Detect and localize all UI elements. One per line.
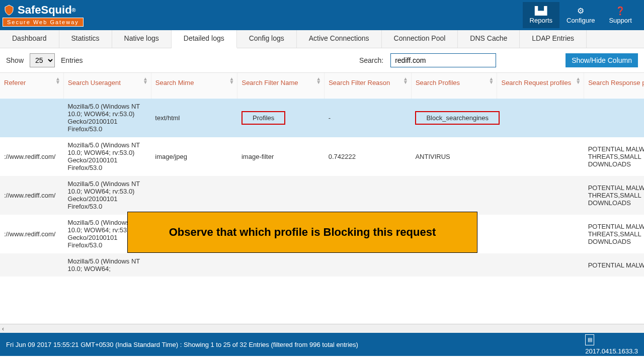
support-label: Support: [609, 17, 632, 24]
top-actions: ▙▟ Reports ⚙ Configure ❓ Support: [523, 2, 639, 28]
highlighted-value: Profiles: [242, 111, 285, 125]
footer-bar: Fri Jun 09 2017 15:55:21 GMT+0530 (India…: [0, 333, 644, 356]
col-filter-reason[interactable]: Search Filter Reason▲▼: [325, 73, 412, 99]
table-cell: Mozilla/5.0 (Windows NT 10.0; WOW64; rv:…: [64, 176, 151, 215]
tab-detailed-logs[interactable]: Detailed logs: [172, 30, 237, 48]
sort-icon: ▲▼: [229, 77, 234, 84]
table-cell: Mozilla/5.0 (Windows NT 10.0; WOW64; rv:…: [64, 99, 151, 137]
show-hide-column-button[interactable]: Show/Hide Column: [566, 53, 638, 67]
table-cell: [584, 99, 644, 137]
brand-reg: ®: [72, 7, 76, 13]
tab-native-logs[interactable]: Native logs: [112, 30, 172, 48]
col-request-profiles[interactable]: Search Request profiles▲▼: [497, 73, 584, 99]
footer-version: 2017.0415.1633.3: [585, 347, 638, 355]
sort-icon: ▲▼: [55, 77, 60, 84]
show-label: Show: [6, 56, 24, 64]
support-nav[interactable]: ❓ Support: [602, 2, 639, 28]
table-cell: ://www.rediff.com/: [0, 137, 64, 176]
annotation-overlay: Observe that which profile is Blocking t…: [127, 212, 477, 253]
table-cell: POTENTIAL MALWARE THREATS,SMALL DOWNLOAD…: [584, 176, 644, 215]
table-cell: [497, 215, 584, 253]
table-row[interactable]: Mozilla/5.0 (Windows NT 10.0; WOW64;POTE…: [0, 253, 644, 277]
table-cell: [237, 253, 325, 277]
tab-dns-cache[interactable]: DNS Cache: [458, 30, 520, 48]
export-icon[interactable]: ▤: [585, 334, 594, 345]
table-cell: [151, 176, 237, 215]
sort-icon: ▲▼: [316, 77, 321, 84]
tab-statistics[interactable]: Statistics: [59, 30, 112, 48]
tab-config-logs[interactable]: Config logs: [237, 30, 297, 48]
sort-icon: ▲▼: [143, 77, 148, 84]
table-cell: ://www.rediff.com/: [0, 215, 64, 253]
table-cell: ://www.rediff.com/: [0, 176, 64, 215]
entries-select[interactable]: 25: [30, 53, 55, 67]
tab-active-connections[interactable]: Active Connections: [297, 30, 382, 48]
table-cell: 0.742222: [325, 137, 412, 176]
tab-bar: Dashboard Statistics Native logs Detaile…: [0, 30, 644, 48]
table-cell: Mozilla/5.0 (Windows NT 10.0; WOW64;: [64, 253, 151, 277]
table-container[interactable]: Referer▲▼ Search Useragent▲▼ Search Mime…: [0, 72, 644, 324]
tab-ldap-entries[interactable]: LDAP Entries: [520, 30, 587, 48]
brand-tagline: Secure Web Gateway: [3, 18, 84, 27]
table-row[interactable]: ://www.rediff.com/Mozilla/5.0 (Windows N…: [0, 176, 644, 215]
table-cell: Mozilla/5.0 (Windows NT 10.0; WOW64; rv:…: [64, 137, 151, 176]
search-label: Search:: [359, 56, 383, 64]
search-input[interactable]: [390, 53, 496, 67]
brand-name: SafeSquid: [18, 4, 72, 17]
footer-status: Fri Jun 09 2017 15:55:21 GMT+0530 (India…: [6, 341, 358, 348]
table-cell: [237, 176, 325, 215]
tab-dashboard[interactable]: Dashboard: [0, 30, 59, 48]
table-cell: [497, 253, 584, 277]
table-cell: image-filter: [237, 137, 325, 176]
table-cell: text/html: [151, 99, 237, 137]
table-cell: -: [325, 99, 412, 137]
table-cell: POTENTIAL MALWARE: [584, 253, 644, 277]
reports-label: Reports: [530, 17, 553, 24]
table-cell: [497, 137, 584, 176]
table-cell: Block_searchengines: [411, 99, 497, 137]
sort-icon: ▲▼: [489, 77, 494, 84]
reports-nav[interactable]: ▙▟ Reports: [523, 2, 560, 28]
tab-connection-pool[interactable]: Connection Pool: [382, 30, 458, 48]
table-cell: image/jpeg: [151, 137, 237, 176]
top-bar: SafeSquid® Secure Web Gateway ▙▟ Reports…: [0, 0, 644, 30]
configure-label: Configure: [567, 17, 595, 24]
col-useragent[interactable]: Search Useragent▲▼: [64, 73, 151, 99]
table-cell: [325, 176, 412, 215]
col-filter-name[interactable]: Search Filter Name▲▼: [237, 73, 325, 99]
controls-row: Show 25 Entries Search: Show/Hide Column: [0, 48, 644, 72]
highlighted-value: Block_searchengines: [415, 111, 500, 125]
sort-icon: ▲▼: [403, 77, 408, 84]
table-cell: [411, 253, 497, 277]
logo-area: SafeSquid® Secure Web Gateway: [3, 4, 84, 27]
entries-label: Entries: [61, 56, 83, 64]
col-mime[interactable]: Search Mime▲▼: [151, 73, 237, 99]
shield-icon: [3, 4, 16, 17]
header-row: Referer▲▼ Search Useragent▲▼ Search Mime…: [0, 73, 644, 99]
table-cell: Profiles: [237, 99, 325, 137]
table-cell: POTENTIAL MALWARE THREATS,SMALL DOWNLOAD…: [584, 137, 644, 176]
brand-logo: SafeSquid®: [3, 4, 84, 17]
table-cell: [497, 99, 584, 137]
col-referer[interactable]: Referer▲▼: [0, 73, 64, 99]
col-response-profiles[interactable]: Search Response profiles▲▼: [584, 73, 644, 99]
table-row[interactable]: ://www.rediff.com/Mozilla/5.0 (Windows N…: [0, 137, 644, 176]
configure-nav[interactable]: ⚙ Configure: [559, 2, 602, 28]
table-cell: [325, 253, 412, 277]
table-cell: [151, 253, 237, 277]
help-icon: ❓: [609, 6, 632, 16]
table-cell: POTENTIAL MALWARE THREATS,SMALL DOWNLOAD…: [584, 215, 644, 253]
table-cell: [497, 176, 584, 215]
sort-icon: ▲▼: [576, 77, 581, 84]
gears-icon: ⚙: [567, 6, 595, 16]
chart-icon: ▙▟: [530, 6, 553, 16]
scroll-left-icon[interactable]: ‹: [2, 325, 4, 332]
table-cell: [0, 99, 64, 137]
table-cell: [0, 253, 64, 277]
horizontal-scrollbar[interactable]: ‹: [0, 324, 644, 333]
table-cell: ANTIVIRUS: [411, 137, 497, 176]
col-profiles[interactable]: Search Profiles▲▼: [411, 73, 497, 99]
table-row[interactable]: Mozilla/5.0 (Windows NT 10.0; WOW64; rv:…: [0, 99, 644, 137]
table-cell: [411, 176, 497, 215]
